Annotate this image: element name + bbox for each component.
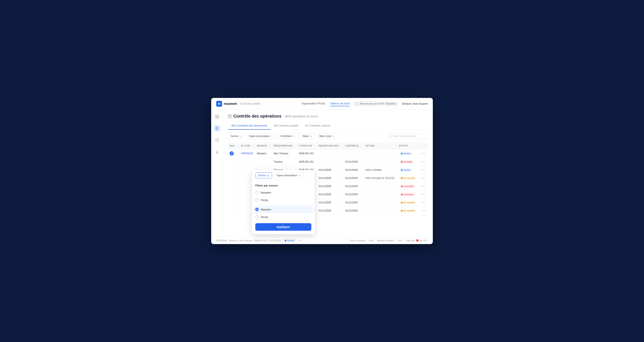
cell-source xyxy=(255,158,272,166)
row-action-dots[interactable]: ••• xyxy=(421,209,426,212)
super-prescripteur-chevron-icon: ▼ xyxy=(271,135,273,137)
footer-links: Nous contacter FAQ Mentions légales CGU … xyxy=(350,239,428,242)
svg-rect-3 xyxy=(217,115,219,117)
cell-op: OP000045 xyxy=(240,149,255,158)
popup-super-button[interactable]: Super-prescripteur ▼ xyxy=(274,172,303,178)
footer-source: Maxeem xyxy=(229,239,238,242)
row-action-dots[interactable]: ••• xyxy=(421,176,426,180)
cell-dots[interactable]: ••• xyxy=(420,149,428,158)
filter-mise-a-jour[interactable]: Mise à jour ▼ xyxy=(316,133,338,139)
filter-controleur[interactable]: Contrôleur ▼ xyxy=(278,133,298,139)
cell-dots[interactable]: ••• xyxy=(420,166,428,174)
header-nav: Organisation Picoty Tableau de bord xyxy=(302,101,350,106)
footer-tagline: Fait avec ❤️ par EP ! xyxy=(406,239,428,242)
radio-maxeem-1 xyxy=(255,191,259,194)
row-action-dots[interactable]: ••• xyxy=(421,168,426,172)
cell-controle: 01/11/2020 xyxy=(344,207,364,215)
filter-super-prescripteur[interactable]: Super-prescripteur ▼ xyxy=(246,133,276,139)
popup-item-maxeem-2[interactable]: Maxeem xyxy=(254,206,313,213)
popup-source-button[interactable]: Source ▲ xyxy=(255,172,272,178)
col-maj: MAJ ↕ xyxy=(228,142,240,149)
row-action-dots[interactable]: ••• xyxy=(421,152,426,155)
cell-controle: 01/11/2020 xyxy=(344,166,364,174)
global-search-input[interactable] xyxy=(360,102,396,105)
footer-status: Ouvert xyxy=(283,239,296,242)
tab-controles-documents[interactable]: 491 Contrôles des documents xyxy=(228,122,271,130)
mise-a-jour-chevron-icon: ▼ xyxy=(333,135,335,137)
footer-prescripteur: Illico Travaux xyxy=(240,239,253,242)
cell-reception: 01/11/2020 xyxy=(317,198,344,207)
footer-link-faq[interactable]: FAQ xyxy=(369,239,374,242)
cell-dots[interactable]: ••• xyxy=(420,182,428,190)
search-icon xyxy=(356,103,358,105)
cell-dots[interactable]: ••• xyxy=(420,158,428,166)
footer: OP000045 Maxeem Illico Travaux BAR-EN-10… xyxy=(211,237,433,244)
page-title-icon xyxy=(228,114,232,118)
cell-dots[interactable]: ••• xyxy=(420,190,428,198)
logo-icon: M xyxy=(216,101,222,107)
cell-prescripteur: Travaux xyxy=(272,158,298,166)
radio-picoty-2 xyxy=(255,215,259,219)
footer-action-dots[interactable]: ••• xyxy=(298,239,303,242)
cell-action xyxy=(364,182,397,190)
filter-statut[interactable]: Statut ▼ xyxy=(300,133,315,139)
cell-controle: 01/11/2020 xyxy=(344,158,364,166)
col-actions xyxy=(420,142,428,149)
cell-maj xyxy=(228,198,240,207)
col-action: ACTION ↕ xyxy=(364,142,397,149)
cell-type: BAR-EN-101 xyxy=(298,158,317,166)
svg-rect-2 xyxy=(215,115,217,117)
cell-maj xyxy=(228,158,240,166)
logo-area: M maxeem Tunnel de contrôle xyxy=(216,101,260,107)
nav-item-organisation[interactable]: Organisation Picoty xyxy=(302,101,325,106)
cell-dots[interactable]: ••• xyxy=(420,207,428,215)
filter-search[interactable]: Faire une recherche xyxy=(386,133,428,139)
cell-statut: Incomplet xyxy=(397,190,420,198)
logo-subtitle: Tunnel de contrôle xyxy=(240,102,260,105)
popup-item-picoty-1[interactable]: Picoty xyxy=(252,196,315,204)
svg-rect-5 xyxy=(217,117,219,118)
popup-filter-title: Filtrer par source xyxy=(252,181,315,189)
row-action-dots[interactable]: ••• xyxy=(421,160,426,164)
cell-dots[interactable]: ••• xyxy=(420,174,428,182)
cell-controle: 01/11/2020 xyxy=(344,190,364,198)
popup-item-picoty-2[interactable]: Picoty xyxy=(252,213,315,221)
row-action-dots[interactable]: ••• xyxy=(421,184,426,188)
controleur-chevron-icon: ▼ xyxy=(293,135,295,137)
row-action-dots[interactable]: ••• xyxy=(421,192,426,196)
sidebar-icon-download[interactable] xyxy=(213,148,221,156)
logo-name: maxeem xyxy=(224,102,237,106)
footer-link-cgu[interactable]: CGU xyxy=(398,239,402,242)
footer-link-mentions[interactable]: Mentions légales xyxy=(377,239,394,242)
cell-action xyxy=(364,198,397,207)
cell-maj xyxy=(228,149,240,158)
cell-action xyxy=(364,149,397,158)
popup-header: Source ▲ Super-prescripteur ▼ xyxy=(252,170,315,181)
apply-button[interactable]: Appliquer xyxy=(255,223,311,231)
tab-controles-qualite[interactable]: 98 Contrôles qualité xyxy=(271,122,302,130)
cell-statut: Ouvert xyxy=(397,166,420,174)
user-greeting: Bonjour Jean Dupont xyxy=(402,102,428,105)
cell-statut: En contrôle xyxy=(397,174,420,182)
tab-controles-externe[interactable]: 26 Contrôles externe xyxy=(302,122,334,130)
cell-reception: 01/11/2020 xyxy=(317,207,344,215)
sidebar-icon-grid[interactable] xyxy=(213,113,221,121)
filter-source[interactable]: Source ▼ xyxy=(228,133,245,139)
footer-type: BAR-EN-101 xyxy=(254,239,268,242)
row-action-dots[interactable]: ••• xyxy=(421,201,426,204)
source-chevron-icon: ▼ xyxy=(240,135,242,137)
cell-action: ASH renvoyée le 10/12/21 xyxy=(364,174,397,182)
page-subtitle: - 3600 opérations en cours xyxy=(283,115,318,118)
filter-search-icon xyxy=(389,135,392,137)
sidebar-icon-copy[interactable] xyxy=(213,136,221,144)
sidebar-icon-document[interactable] xyxy=(213,125,221,132)
cell-maj xyxy=(228,174,240,182)
cell-dots[interactable]: ••• xyxy=(420,198,428,207)
table-row: OP000045 Maxeem Illico Travaux BAR-EN-10… xyxy=(228,149,428,158)
col-controle: CONTRÔLE ↕ xyxy=(344,142,364,149)
nav-item-tableau[interactable]: Tableau de bord xyxy=(330,101,350,106)
radio-picoty-1 xyxy=(255,198,259,202)
popup-item-maxeem-1[interactable]: Maxeem xyxy=(252,189,315,196)
footer-link-contact[interactable]: Nous contacter xyxy=(350,239,366,242)
popup-list-first: Maxeem Picoty xyxy=(252,189,315,204)
